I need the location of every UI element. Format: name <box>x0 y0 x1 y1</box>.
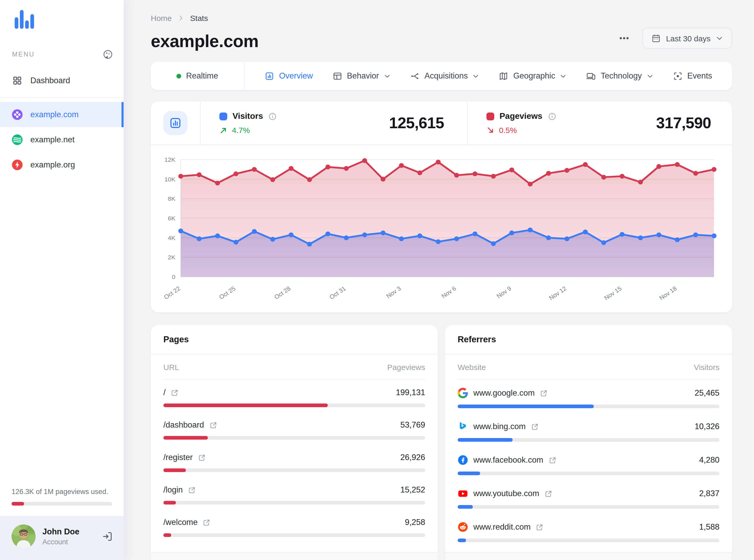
pages-rows: / 199,131 /dashboard 53,769 <box>151 379 438 552</box>
external-link-icon[interactable] <box>536 523 544 531</box>
visitors-label: Visitors <box>232 112 263 121</box>
external-link-icon[interactable] <box>540 389 548 397</box>
table-row: /dashboard 53,769 <box>163 413 425 445</box>
tab-geographic[interactable]: Geographic <box>499 71 566 81</box>
tab-realtime[interactable]: Realtime <box>151 62 245 90</box>
external-link-icon[interactable] <box>548 456 556 464</box>
visitors-swatch <box>219 112 227 120</box>
table-row: www.youtube.com 2,837 <box>458 481 719 515</box>
row-link[interactable]: /register <box>163 453 206 462</box>
external-link-icon[interactable] <box>171 388 179 397</box>
tab-acquisitions[interactable]: Acquisitions <box>410 71 479 81</box>
acquisitions-icon <box>410 71 420 81</box>
traffic-chart[interactable]: 02K4K6K8K10K12KOct 22Oct 25Oct 28Oct 31N… <box>151 145 732 313</box>
svg-text:Oct 25: Oct 25 <box>218 285 237 301</box>
external-link-icon[interactable] <box>203 518 211 526</box>
tab-overview[interactable]: Overview <box>265 71 313 81</box>
user-role: Account <box>42 538 79 546</box>
row-link[interactable]: www.google.com <box>458 388 548 398</box>
row-progressbar <box>163 533 425 537</box>
chevron-down-icon <box>716 35 723 42</box>
pages-column-headers: URL Pageviews <box>163 354 425 379</box>
row-progressbar <box>163 501 425 504</box>
info-icon[interactable] <box>548 112 557 121</box>
page-title: example.com <box>151 32 259 51</box>
pages-view-all-button[interactable]: View all <box>151 552 438 560</box>
external-link-icon[interactable] <box>188 486 196 494</box>
svg-text:Nov 12: Nov 12 <box>548 285 567 301</box>
tab-events[interactable]: Events <box>673 71 712 81</box>
referrers-card: Referrers Website Visitors www.google.co… <box>445 325 732 560</box>
row-progress-fill <box>163 436 208 440</box>
stats-summary-row: Visitors 4.7% 125,615 <box>151 102 732 145</box>
column-header-website: Website <box>458 363 486 372</box>
breadcrumb-home[interactable]: Home <box>151 14 172 22</box>
tab-label: Technology <box>601 71 642 81</box>
tab-label: Events <box>687 71 712 81</box>
visitors-value: 125,615 <box>389 114 444 132</box>
date-range-button[interactable]: Last 30 days <box>642 28 732 49</box>
row-label: www.reddit.com <box>473 522 531 532</box>
sidebar-item-label: Dashboard <box>31 76 70 85</box>
avatar <box>12 524 36 548</box>
site-list: example.com example.net example.org <box>0 98 123 177</box>
pageviews-change: 0.5% <box>486 126 557 135</box>
chart-card-icon <box>163 111 188 135</box>
pageviews-stat: Pageviews 0.5% 317,590 <box>468 112 711 135</box>
logout-icon[interactable] <box>101 531 113 542</box>
row-link[interactable]: /login <box>163 485 196 495</box>
account-panel[interactable]: John Doe Account <box>0 516 123 560</box>
external-link-icon[interactable] <box>531 423 539 431</box>
row-link[interactable]: / <box>163 388 179 397</box>
row-progressbar <box>458 505 719 509</box>
row-value: 10,326 <box>695 422 719 431</box>
tab-behavior[interactable]: Behavior <box>332 71 390 81</box>
row-value: 199,131 <box>396 388 425 397</box>
sidebar-item-example.com[interactable]: example.com <box>0 102 123 127</box>
row-label: www.google.com <box>473 388 535 398</box>
svg-text:Oct 28: Oct 28 <box>273 285 292 301</box>
row-label: www.facebook.com <box>473 455 543 465</box>
theme-icon[interactable] <box>103 49 113 60</box>
bolt-site-icon <box>12 159 23 171</box>
trend-up-icon <box>219 126 228 134</box>
external-link-icon[interactable] <box>198 454 206 461</box>
row-progress-fill <box>163 501 176 504</box>
row-link[interactable]: www.facebook.com <box>458 455 556 465</box>
sidebar-item-example.net[interactable]: example.net <box>0 127 123 152</box>
svg-text:12K: 12K <box>165 156 175 163</box>
usage-meter: 126.3K of 1M pageviews used. <box>0 488 123 516</box>
waves-site-icon <box>12 134 23 145</box>
external-link-icon[interactable] <box>545 489 553 498</box>
chevron-down-icon <box>472 73 479 79</box>
sidebar-item-example.org[interactable]: example.org <box>0 152 123 177</box>
row-link[interactable]: www.bing.com <box>458 421 539 432</box>
external-link-icon[interactable] <box>209 421 217 429</box>
table-row: /welcome 9,258 <box>163 510 425 543</box>
usage-progress-fill <box>12 502 24 505</box>
row-progressbar <box>458 404 719 408</box>
more-options-icon[interactable] <box>618 33 630 44</box>
table-row: /login 15,252 <box>163 478 425 510</box>
tab-technology[interactable]: Technology <box>586 71 654 81</box>
technology-icon <box>586 71 596 81</box>
site-name: example.net <box>31 135 75 144</box>
referrers-view-all-button[interactable]: View all <box>445 552 732 560</box>
row-link[interactable]: /dashboard <box>163 420 217 430</box>
row-link[interactable]: www.reddit.com <box>458 522 544 532</box>
info-icon[interactable] <box>268 112 277 121</box>
realtime-dot-icon <box>177 74 181 78</box>
row-progressbar <box>163 468 425 472</box>
row-value: 53,769 <box>400 420 425 430</box>
geographic-icon <box>499 71 508 81</box>
bing-favicon <box>458 421 468 432</box>
events-icon <box>673 71 682 81</box>
row-label: / <box>163 388 166 397</box>
row-progressbar <box>163 436 425 440</box>
row-link[interactable]: /welcome <box>163 518 211 527</box>
row-link[interactable]: www.youtube.com <box>458 488 553 499</box>
column-header-visitors: Visitors <box>694 363 719 372</box>
sidebar-item-dashboard[interactable]: Dashboard <box>12 73 113 97</box>
svg-text:Nov 3: Nov 3 <box>385 285 402 299</box>
pageviews-swatch <box>486 112 494 120</box>
